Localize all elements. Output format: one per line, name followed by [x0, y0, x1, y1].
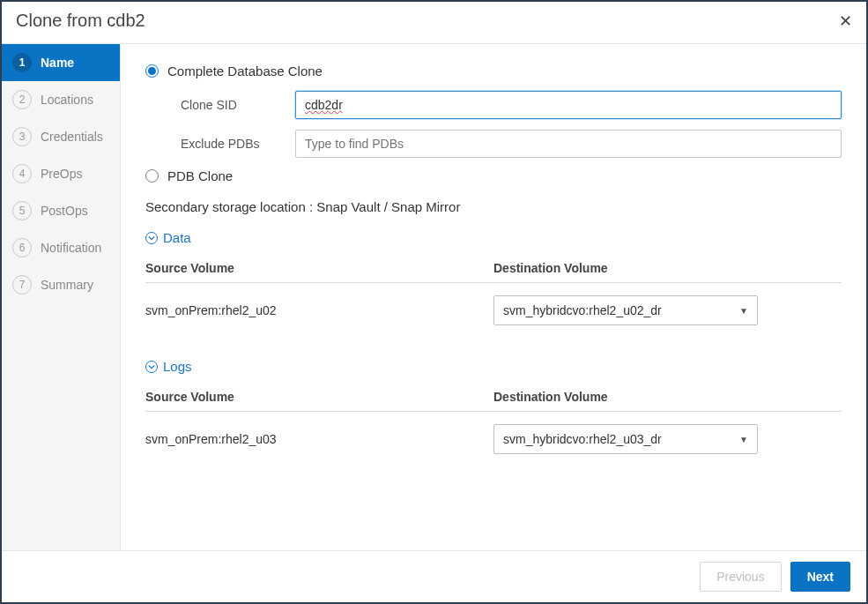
table-row: svm_onPrem:rhel2_u03 svm_hybridcvo:rhel2… [145, 412, 842, 463]
step-label: PreOps [41, 167, 82, 181]
chevron-down-icon [145, 361, 158, 373]
col-destination-volume: Destination Volume [493, 390, 842, 404]
exclude-pdbs-label: Exclude PDBs [181, 137, 295, 151]
logs-section-title: Logs [163, 359, 192, 374]
exclude-pdbs-row: Exclude PDBs [181, 130, 842, 158]
step-label: Summary [41, 278, 93, 292]
data-section-title: Data [163, 230, 191, 245]
col-destination-volume: Destination Volume [493, 261, 842, 275]
wizard-content: Complete Database Clone Clone SID cdb2dr… [121, 44, 866, 550]
wizard-sidebar: 1 Name 2 Locations 3 Credentials 4 PreOp… [2, 44, 121, 550]
caret-down-icon: ▼ [739, 435, 748, 444]
destination-volume-select[interactable]: svm_hybridcvo:rhel2_u02_dr ▼ [493, 295, 758, 325]
step-number: 5 [12, 201, 32, 220]
col-source-volume: Source Volume [145, 261, 493, 275]
secondary-storage-heading: Secondary storage location : Snap Vault … [145, 199, 842, 214]
destination-volume-value: svm_hybridcvo:rhel2_u02_dr [503, 303, 662, 317]
previous-button[interactable]: Previous [700, 562, 781, 592]
modal-body: 1 Name 2 Locations 3 Credentials 4 PreOp… [2, 44, 866, 550]
wizard-step-summary[interactable]: 7 Summary [2, 266, 120, 303]
clone-wizard-modal: Clone from cdb2 ✕ 1 Name 2 Locations 3 C… [0, 0, 868, 604]
step-label: Credentials [41, 130, 103, 144]
step-number: 6 [12, 238, 32, 257]
table-header-row: Source Volume Destination Volume [145, 254, 842, 283]
destination-volume-value: svm_hybridcvo:rhel2_u03_dr [503, 432, 662, 446]
source-volume-value: svm_onPrem:rhel2_u03 [145, 432, 493, 446]
step-label: Name [41, 56, 74, 70]
complete-clone-radio[interactable] [145, 64, 159, 78]
chevron-down-icon [145, 232, 158, 244]
wizard-step-locations[interactable]: 2 Locations [2, 81, 120, 118]
step-number: 7 [12, 275, 32, 295]
modal-footer: Previous Next [2, 550, 866, 602]
step-number: 1 [12, 53, 32, 72]
clone-sid-row: Clone SID cdb2dr [181, 91, 842, 119]
step-number: 4 [12, 164, 32, 183]
complete-clone-radio-row: Complete Database Clone [145, 63, 842, 78]
complete-clone-label: Complete Database Clone [167, 63, 323, 78]
wizard-step-notification[interactable]: 6 Notification [2, 229, 120, 266]
step-number: 2 [12, 90, 32, 109]
source-volume-value: svm_onPrem:rhel2_u02 [145, 303, 493, 317]
step-label: Locations [41, 93, 93, 107]
pdb-clone-radio-row: PDB Clone [145, 168, 842, 183]
close-icon[interactable]: ✕ [839, 13, 852, 29]
clone-sid-value: cdb2dr [305, 98, 343, 112]
logs-section-toggle[interactable]: Logs [145, 359, 842, 374]
pdb-clone-label: PDB Clone [167, 168, 233, 183]
modal-title: Clone from cdb2 [16, 11, 145, 31]
col-source-volume: Source Volume [145, 390, 493, 404]
complete-clone-fields: Clone SID cdb2dr Exclude PDBs [145, 91, 842, 158]
pdb-clone-radio[interactable] [145, 169, 159, 183]
wizard-step-postops[interactable]: 5 PostOps [2, 192, 120, 229]
clone-sid-label: Clone SID [181, 98, 295, 112]
next-button[interactable]: Next [790, 562, 850, 592]
wizard-step-credentials[interactable]: 3 Credentials [2, 118, 120, 155]
wizard-step-preops[interactable]: 4 PreOps [2, 155, 120, 192]
logs-volume-table: Source Volume Destination Volume svm_onP… [145, 383, 842, 463]
step-label: PostOps [41, 204, 88, 218]
data-volume-table: Source Volume Destination Volume svm_onP… [145, 254, 842, 334]
exclude-pdbs-input[interactable] [295, 130, 842, 158]
step-label: Notification [41, 241, 101, 255]
table-row: svm_onPrem:rhel2_u02 svm_hybridcvo:rhel2… [145, 283, 842, 334]
destination-volume-select[interactable]: svm_hybridcvo:rhel2_u03_dr ▼ [493, 424, 758, 454]
wizard-step-name[interactable]: 1 Name [2, 44, 120, 81]
caret-down-icon: ▼ [739, 306, 748, 316]
table-header-row: Source Volume Destination Volume [145, 383, 842, 412]
modal-header: Clone from cdb2 ✕ [2, 2, 866, 44]
data-section-toggle[interactable]: Data [145, 230, 842, 245]
step-number: 3 [12, 127, 32, 146]
clone-sid-input[interactable]: cdb2dr [295, 91, 842, 119]
